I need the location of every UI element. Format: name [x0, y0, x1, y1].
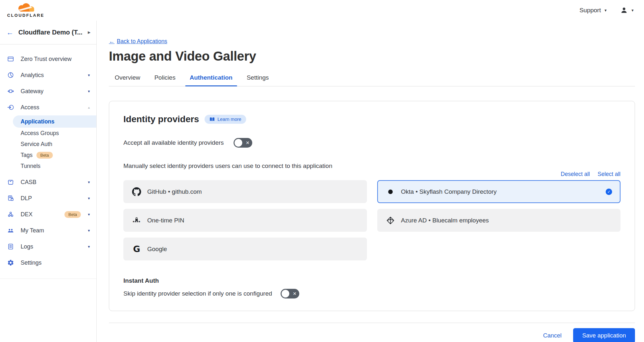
- main-content: ← Back to Applications Image and Video G…: [97, 21, 644, 342]
- gear-icon: [7, 259, 14, 266]
- sidebar-item-zero-trust-overview[interactable]: Zero Trust overview: [0, 51, 96, 67]
- accept-all-toggle[interactable]: ✕: [234, 138, 252, 148]
- instant-auth-heading: Instant Auth: [123, 277, 620, 284]
- chevron-down-icon: ▼: [87, 73, 91, 77]
- manual-select-text: Manually select identity providers users…: [123, 162, 620, 170]
- chevron-down-icon: ▼: [604, 8, 607, 12]
- selected-check-icon: ✓: [606, 189, 612, 195]
- support-menu[interactable]: Support ▼: [580, 7, 607, 14]
- accept-all-row: Accept all available identity providers …: [123, 138, 620, 148]
- back-to-applications-link[interactable]: ← Back to Applications: [109, 38, 167, 45]
- footer-divider: [109, 323, 635, 323]
- sidebar-item-label: Settings: [21, 259, 91, 266]
- learn-more-label: Learn more: [217, 117, 241, 122]
- dlp-icon: [7, 195, 14, 202]
- chevron-down-icon: ▼: [87, 197, 91, 200]
- pin-stars: ****: [133, 221, 140, 224]
- sidebar-item-label: DEX: [21, 211, 58, 218]
- sidebar-item-settings[interactable]: Settings: [0, 255, 96, 271]
- tab-authentication[interactable]: Authentication: [185, 74, 237, 86]
- casb-icon: [7, 179, 14, 186]
- card-heading: Identity providers: [123, 114, 199, 124]
- instant-auth-toggle[interactable]: ✕: [281, 289, 299, 298]
- provider-one-time-pin[interactable]: **** One-time PIN: [123, 209, 367, 232]
- account-name[interactable]: Cloudflare Demo (T...: [18, 29, 83, 36]
- chevron-down-icon: ▼: [87, 90, 91, 93]
- tab-policies[interactable]: Policies: [150, 74, 180, 86]
- chevron-down-icon: ▼: [631, 8, 634, 12]
- support-label: Support: [580, 7, 601, 14]
- tab-bar: Overview Policies Authentication Setting…: [109, 74, 635, 86]
- chevron-up-icon: ▲: [87, 106, 91, 109]
- provider-github[interactable]: GitHub • github.com: [123, 180, 367, 203]
- sidebar-item-casb[interactable]: CASB ▼: [0, 174, 96, 190]
- sidebar-item-service-auth[interactable]: Service Auth: [0, 139, 96, 150]
- provider-label: Google: [147, 246, 359, 253]
- github-icon: [132, 187, 141, 196]
- sidebar-item-label: Access: [21, 104, 81, 111]
- provider-grid: GitHub • github.com Okta • Skyflash Comp…: [123, 180, 620, 260]
- tab-overview[interactable]: Overview: [110, 74, 145, 86]
- toggle-x-icon: ✕: [246, 140, 250, 145]
- card-header: Identity providers Learn more: [123, 114, 620, 124]
- access-sub-list: Applications Access Groups Service Auth …: [0, 115, 96, 171]
- provider-label: Okta • Skyflash Company Directory: [401, 188, 600, 195]
- azure-ad-icon: [386, 216, 395, 225]
- instant-auth-label: Skip identity provider selection if only…: [123, 290, 272, 297]
- sidebar-item-tunnels[interactable]: Tunnels: [0, 161, 96, 171]
- logs-icon: [7, 243, 14, 250]
- provider-label: GitHub • github.com: [147, 188, 359, 195]
- save-application-button[interactable]: Save application: [573, 328, 635, 342]
- sidebar-item-logs[interactable]: Logs ▼: [0, 239, 96, 255]
- footer-actions: Cancel Save application: [109, 328, 635, 342]
- sidebar-item-access-groups[interactable]: Access Groups: [0, 128, 96, 139]
- sidebar-item-label: My Team: [21, 227, 81, 234]
- sidebar-item-access[interactable]: Access ▲: [0, 99, 96, 115]
- select-all-link[interactable]: Select all: [598, 171, 620, 178]
- deselect-all-link[interactable]: Deselect all: [561, 171, 590, 178]
- sidebar-item-dlp[interactable]: DLP ▼: [0, 190, 96, 206]
- sub-item-label: Applications: [21, 118, 54, 125]
- cancel-button[interactable]: Cancel: [543, 332, 562, 339]
- chevron-down-icon: ▼: [87, 245, 91, 249]
- instant-auth-row: Skip identity provider selection if only…: [123, 289, 620, 298]
- access-icon: [7, 104, 14, 111]
- sidebar-item-dex[interactable]: DEX Beta ▼: [0, 206, 96, 222]
- sub-item-label: Tunnels: [21, 163, 41, 170]
- beta-badge: Beta: [64, 211, 81, 218]
- sidebar-item-applications[interactable]: Applications: [13, 115, 96, 128]
- sidebar-item-tags[interactable]: Tags Beta: [0, 150, 96, 161]
- provider-okta[interactable]: Okta • Skyflash Company Directory ✓: [377, 180, 621, 203]
- sidebar-back-icon[interactable]: ←: [6, 28, 14, 37]
- overview-icon: [7, 55, 14, 63]
- chevron-down-icon: ▼: [87, 181, 91, 184]
- pin-lock-icon: ****: [132, 217, 141, 224]
- sidebar-divider: [0, 278, 96, 279]
- sidebar-item-analytics[interactable]: Analytics ▼: [0, 67, 96, 83]
- sidebar-item-label: DLP: [21, 195, 81, 202]
- page-title: Image and Video Gallery: [109, 49, 635, 64]
- user-menu[interactable]: ▼: [620, 6, 634, 14]
- sidebar-header: ← Cloudflare Demo (T... ▶: [0, 21, 96, 44]
- sidebar-item-gateway[interactable]: Gateway ▼: [0, 83, 96, 99]
- identity-providers-card: Identity providers Learn more Accept all…: [109, 101, 635, 311]
- sidebar-item-my-team[interactable]: My Team ▼: [0, 222, 96, 239]
- chevron-right-icon[interactable]: ▶: [88, 30, 91, 34]
- back-link-label: Back to Applications: [117, 38, 168, 45]
- provider-google[interactable]: G Google: [123, 238, 367, 260]
- sidebar-item-label: Gateway: [21, 88, 81, 95]
- topbar-right: Support ▼ ▼: [580, 6, 634, 14]
- tab-settings[interactable]: Settings: [242, 74, 274, 86]
- sub-item-label: Tags: [21, 152, 33, 159]
- chevron-down-icon: ▼: [87, 229, 91, 232]
- learn-more-badge[interactable]: Learn more: [205, 115, 246, 124]
- cloudflare-logo[interactable]: CLOUDFLARE: [5, 3, 47, 18]
- provider-azure-ad[interactable]: Azure AD • Bluecalm employees: [377, 209, 621, 232]
- app-shell: ← Cloudflare Demo (T... ▶ Zero Trust ove…: [0, 21, 644, 342]
- analytics-icon: [7, 72, 14, 79]
- provider-label: Azure AD • Bluecalm employees: [401, 217, 612, 224]
- google-icon: G: [132, 244, 141, 254]
- beta-badge: Beta: [36, 152, 53, 159]
- cloudflare-cloud-icon: [14, 3, 38, 13]
- accept-all-label: Accept all available identity providers: [123, 139, 224, 146]
